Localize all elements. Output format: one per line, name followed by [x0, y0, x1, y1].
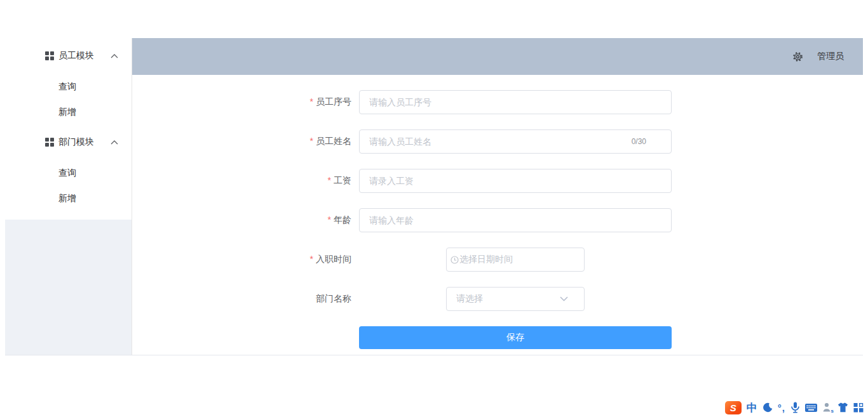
- field-label: *员工姓名: [132, 136, 351, 147]
- field-label: *工资: [132, 175, 351, 187]
- ime-punctuation-icon[interactable]: °,: [778, 403, 785, 413]
- save-button[interactable]: 保存: [359, 326, 672, 349]
- ime-toolbox-grid-icon[interactable]: [853, 402, 864, 413]
- ime-taskbar: S 中 °,: [725, 400, 864, 415]
- ime-soft-keyboard-icon[interactable]: [805, 404, 817, 412]
- required-asterisk: *: [310, 96, 313, 107]
- app-header: 管理员: [132, 38, 863, 75]
- chevron-up-icon: [111, 54, 118, 58]
- form-row-employee-name: *员工姓名 0/30: [132, 129, 863, 154]
- sidebar-item-employee-add[interactable]: 新增: [5, 99, 132, 124]
- ime-skin-tshirt-icon[interactable]: [837, 402, 848, 413]
- form-area: *员工序号 *员工姓名 0/30 *工资: [132, 75, 863, 355]
- field-label: *员工序号: [132, 96, 351, 108]
- salary-input[interactable]: [359, 169, 672, 193]
- sidebar-item-department-query[interactable]: 查询: [5, 160, 132, 185]
- sidebar-group-title: 员工模块: [58, 50, 94, 62]
- settings-gear-icon[interactable]: [792, 51, 803, 62]
- right-column: 管理员 *员工序号 *员工姓名 0/30: [132, 38, 863, 355]
- sidebar: 员工模块 查询 新增 部门模块 查询 新增: [5, 38, 132, 355]
- age-input[interactable]: [359, 208, 672, 232]
- ime-chinese-mode-icon[interactable]: 中: [747, 402, 757, 413]
- department-select[interactable]: 请选择: [446, 287, 585, 311]
- sidebar-item-department-add[interactable]: 新增: [5, 185, 132, 211]
- required-asterisk: *: [328, 215, 331, 225]
- datetime-placeholder: 选择日期时间: [459, 254, 513, 265]
- datetime-picker[interactable]: 选择日期时间: [446, 248, 585, 272]
- sidebar-group-employee[interactable]: 员工模块: [5, 38, 132, 74]
- employee-name-input[interactable]: [359, 129, 672, 154]
- form-row-employee-number: *员工序号: [132, 90, 863, 114]
- sidebar-item-employee-query[interactable]: 查询: [5, 74, 132, 99]
- field-label: 部门名称: [132, 293, 351, 305]
- field-label: *入职时间: [132, 254, 351, 265]
- required-asterisk: *: [310, 136, 313, 146]
- ime-fullwidth-moon-icon[interactable]: [763, 402, 773, 413]
- grid-icon: [45, 51, 54, 60]
- chevron-up-icon: [111, 140, 118, 145]
- sidebar-menu: 员工模块 查询 新增 部门模块 查询 新增: [5, 38, 132, 220]
- select-placeholder: 请选择: [456, 293, 483, 305]
- ime-sogou-logo[interactable]: S: [725, 401, 742, 414]
- grid-icon: [45, 138, 54, 147]
- field-label: *年龄: [132, 215, 351, 226]
- form-row-salary: *工资: [132, 169, 863, 193]
- username-label[interactable]: 管理员: [817, 51, 844, 62]
- clock-icon: [451, 256, 459, 264]
- required-asterisk: *: [328, 175, 331, 185]
- form-row-age: *年龄: [132, 208, 863, 232]
- chevron-down-icon: [560, 296, 568, 301]
- app-container: 员工模块 查询 新增 部门模块 查询 新增: [5, 38, 863, 355]
- char-counter: 0/30: [632, 137, 646, 146]
- ime-voice-mic-icon[interactable]: [790, 402, 800, 413]
- sidebar-group-department[interactable]: 部门模块: [5, 124, 132, 160]
- ime-skin-person-icon[interactable]: s: [822, 402, 832, 413]
- employee-number-input[interactable]: [359, 90, 672, 114]
- form-row-hire-date: *入职时间 选择日期时间: [132, 248, 863, 272]
- form-row-department: 部门名称 请选择: [132, 287, 863, 311]
- required-asterisk: *: [310, 254, 313, 264]
- sidebar-group-title: 部门模块: [58, 136, 94, 148]
